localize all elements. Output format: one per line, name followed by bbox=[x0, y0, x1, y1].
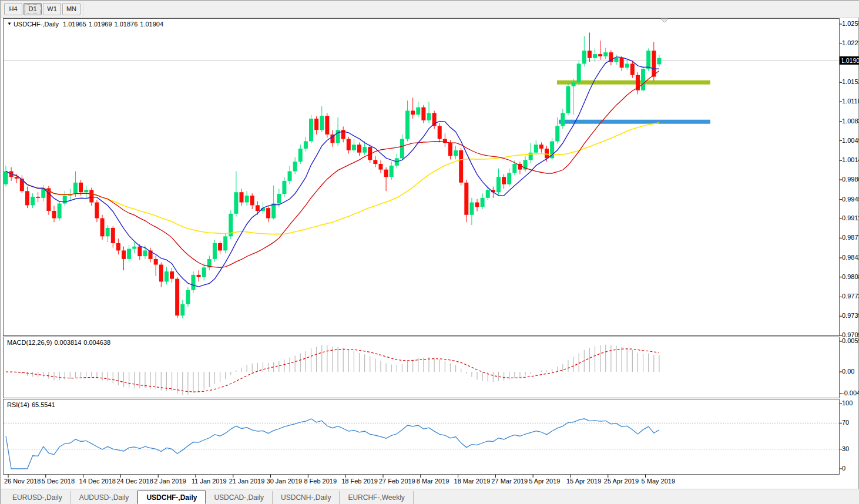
candle-body bbox=[154, 259, 158, 265]
candle-body bbox=[545, 149, 549, 158]
candle-body bbox=[282, 181, 286, 194]
candle-body bbox=[314, 119, 318, 130]
rsi-value: 65.5541 bbox=[32, 401, 55, 408]
candle-body bbox=[52, 211, 56, 219]
candle-body bbox=[657, 58, 661, 65]
candle-body bbox=[641, 69, 645, 90]
candle-body bbox=[31, 197, 35, 205]
candle-body bbox=[271, 203, 276, 218]
candle-body bbox=[363, 147, 367, 153]
candle-body bbox=[464, 183, 468, 215]
ma-fast-line bbox=[6, 57, 659, 287]
candle-body bbox=[213, 243, 217, 259]
candle-body bbox=[298, 149, 303, 162]
candle-body bbox=[588, 51, 592, 58]
candle-body bbox=[416, 107, 420, 115]
candle-body bbox=[159, 265, 163, 282]
candle-body bbox=[325, 116, 329, 135]
candle-body bbox=[191, 275, 195, 290]
candle-body bbox=[175, 279, 179, 316]
candle-body bbox=[598, 54, 602, 56]
candle-body bbox=[132, 247, 136, 249]
candle-body bbox=[336, 130, 340, 143]
candle-body bbox=[534, 145, 538, 152]
candle-body bbox=[180, 304, 184, 315]
candle-body bbox=[486, 190, 490, 197]
candle-body bbox=[507, 173, 511, 184]
candle-body bbox=[566, 86, 570, 113]
candle-body bbox=[320, 116, 324, 130]
candle-body bbox=[25, 191, 29, 205]
candle-body bbox=[400, 139, 404, 159]
candle-body bbox=[256, 205, 260, 211]
candle-body bbox=[373, 160, 377, 164]
rsi-header: RSI(14)65.5541 bbox=[7, 401, 58, 408]
candle-body bbox=[165, 271, 169, 281]
candle-body bbox=[475, 203, 479, 207]
candle-body bbox=[202, 267, 206, 277]
candle-body bbox=[240, 192, 244, 202]
trading-terminal-window: H4D1W1MN ▼USDCHF-,Daily 1.019651.019691.… bbox=[0, 0, 859, 504]
candle-body bbox=[293, 162, 297, 171]
candle-body bbox=[448, 143, 452, 156]
candle-body bbox=[84, 190, 88, 192]
candle-body bbox=[111, 228, 115, 243]
candle-body bbox=[378, 164, 382, 170]
candle-body bbox=[223, 236, 227, 250]
candle-body bbox=[555, 126, 559, 141]
candle-body bbox=[250, 196, 254, 205]
candle-body bbox=[561, 113, 565, 126]
ohlc-low: 1.01876 bbox=[115, 21, 138, 28]
candle-body bbox=[347, 139, 351, 150]
candle-body bbox=[143, 250, 147, 256]
candle-body bbox=[620, 58, 624, 68]
candle-body bbox=[95, 203, 99, 219]
candle-body bbox=[137, 247, 142, 256]
candle-body bbox=[481, 198, 485, 207]
candle-body bbox=[218, 243, 222, 251]
candle-body bbox=[454, 150, 458, 156]
candle-body bbox=[625, 63, 629, 68]
candle-body bbox=[411, 110, 415, 115]
candle-body bbox=[245, 196, 249, 203]
macd-signal-value: 0.004638 bbox=[83, 339, 110, 346]
candle-body bbox=[89, 190, 93, 202]
candle-body bbox=[512, 164, 516, 173]
candle-body bbox=[427, 113, 431, 120]
macd-value: 0.003814 bbox=[54, 339, 81, 346]
candle-body bbox=[309, 119, 313, 142]
candle-body bbox=[614, 58, 618, 62]
horizontal-band-support-blue[interactable] bbox=[559, 120, 710, 124]
candle-body bbox=[405, 110, 410, 139]
candle-body bbox=[73, 183, 78, 194]
ohlc-high: 1.01969 bbox=[89, 21, 112, 28]
candle-body bbox=[421, 107, 425, 120]
chart-canvas[interactable] bbox=[1, 1, 859, 504]
candle-body bbox=[582, 51, 586, 63]
rsi-label: RSI(14) bbox=[7, 401, 29, 408]
chart-symbol-header: ▼USDCHF-,Daily 1.019651.019691.018761.01… bbox=[7, 21, 166, 28]
macd-label: MACD(12,26,9) bbox=[7, 339, 52, 346]
candle-body bbox=[116, 243, 120, 251]
candle-body bbox=[593, 54, 597, 58]
candle-body bbox=[170, 271, 174, 279]
candle-body bbox=[79, 183, 83, 192]
candle-body bbox=[36, 197, 40, 198]
symbol-dropdown-icon[interactable]: ▼ bbox=[7, 21, 12, 26]
ma-mid-line bbox=[6, 70, 659, 267]
ohlc-close: 1.01904 bbox=[140, 21, 163, 28]
candle-body bbox=[197, 275, 201, 277]
candle-body bbox=[469, 203, 474, 215]
candle-body bbox=[572, 82, 576, 86]
candle-body bbox=[100, 219, 105, 237]
candle-body bbox=[304, 141, 308, 149]
rsi-line bbox=[6, 419, 659, 469]
candle-body bbox=[652, 51, 656, 76]
candle-body bbox=[539, 145, 543, 149]
candle-body bbox=[577, 63, 581, 82]
candle-body bbox=[630, 63, 635, 75]
candle-body bbox=[646, 51, 650, 69]
candle-body bbox=[58, 203, 62, 218]
scroll-to-end-icon[interactable] bbox=[661, 19, 668, 22]
candle-body bbox=[4, 172, 8, 184]
